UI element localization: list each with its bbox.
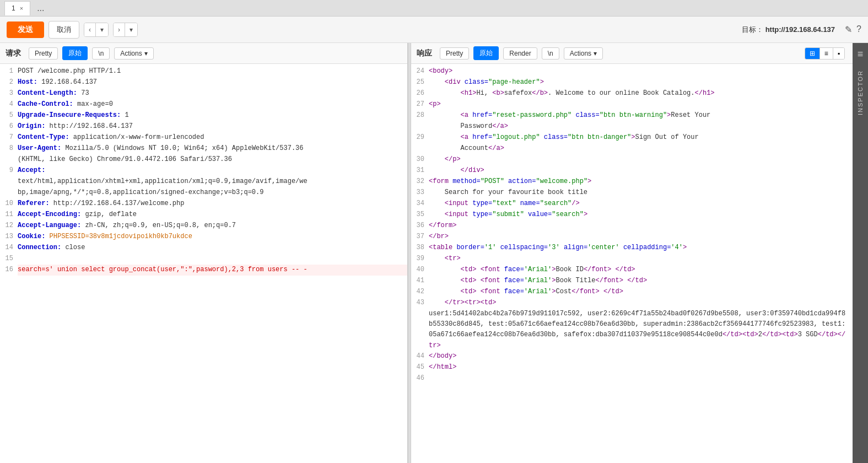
response-code-area[interactable]: 24 <body> 25 <div class="page-header"> 2… — [411, 64, 853, 463]
nav-prev-button[interactable]: ‹ — [84, 23, 96, 36]
toolbar: 发送 取消 ‹ ▾ › ▾ 目标： http://192.168.64.137 … — [0, 17, 868, 43]
request-tab-newline[interactable]: \n — [92, 47, 110, 60]
response-title: 响应 — [417, 49, 432, 58]
response-tab-newline[interactable]: \n — [542, 47, 559, 60]
inspector-label: INSPECTOR — [857, 70, 864, 115]
req-line-12: 12 Accept-Language: zh-CN, zh;q=0.9, en-… — [0, 220, 407, 232]
resp-line-32: 32 <form method="POST" action="welcome.p… — [411, 176, 853, 187]
resp-line-43: 43 </tr><tr><td> — [411, 298, 853, 309]
view-toggle: ⊞ ≡ ▪ — [805, 47, 845, 60]
request-tab-pretty[interactable]: Pretty — [29, 47, 58, 60]
req-line-5: 5 Upgrade-Insecure-Requests: 1 — [0, 110, 407, 121]
resp-line-29: 29 <a href="logout.php" class="btn btn-d… — [411, 132, 853, 143]
resp-line-44: 44 </body> — [411, 351, 853, 362]
resp-line-41: 41 <td> <font face='Arial'>Book Title</f… — [411, 276, 853, 287]
view-block-button[interactable]: ▪ — [833, 48, 844, 59]
resp-line-39: 39 <tr> — [411, 254, 853, 265]
tab-more[interactable]: ... — [33, 3, 48, 13]
req-line-16: 16 search=s' union select group_concat(u… — [0, 265, 407, 276]
req-line-11: 11 Accept-Encoding: gzip, deflate — [0, 209, 407, 220]
inspector-panel: ≡ INSPECTOR — [853, 43, 868, 463]
nav-prev-group: ‹ ▾ — [84, 23, 109, 37]
resp-line-36: 36 </form> — [411, 220, 853, 232]
resp-line-28b: Password</a> — [411, 121, 853, 132]
help-icon[interactable]: ? — [856, 24, 861, 35]
response-tab-raw[interactable]: 原始 — [473, 46, 499, 60]
req-line-8: 8 User-Agent: Mozilla/5.0 (Windows NT 10… — [0, 143, 407, 154]
req-line-8b: (KHTML, like Gecko) Chrome/91.0.4472.106… — [0, 154, 407, 165]
resp-line-33: 33 Search for your favourite book title — [411, 187, 853, 198]
target-url-display: 目标： http://192.168.64.137 — [742, 25, 835, 35]
nav-prev-arrow[interactable]: ▾ — [96, 23, 108, 36]
target-label: 目标： — [742, 25, 763, 34]
resp-line-24: 24 <body> — [411, 66, 853, 77]
request-header: 请求 Pretty 原始 \n Actions ▾ — [0, 43, 407, 64]
req-line-6: 6 Origin: http://192.168.64.137 — [0, 121, 407, 132]
toolbar-icons: ✎ ? — [845, 24, 861, 35]
req-line-9: 9 Accept: — [0, 165, 407, 176]
resp-line-26: 26 <h1>Hi, <b>safefox</b>. Welcome to ou… — [411, 88, 853, 99]
resp-line-40: 40 <td> <font face='Arial'>Book ID</font… — [411, 265, 853, 276]
nav-next-group: › ▾ — [113, 23, 138, 37]
response-pane: 响应 Pretty 原始 Render \n Actions ▾ ⊞ ≡ ▪ 2… — [411, 43, 853, 463]
nav-next-arrow[interactable]: ▾ — [125, 23, 137, 36]
request-pane: 请求 Pretty 原始 \n Actions ▾ 1 POST /welcom… — [0, 43, 408, 463]
view-grid-button[interactable]: ⊞ — [805, 48, 820, 59]
resp-line-25: 25 <div class="page-header"> — [411, 77, 853, 88]
cancel-button[interactable]: 取消 — [48, 21, 79, 39]
resp-line-27: 27 <p> — [411, 99, 853, 110]
resp-line-43b: user1:5d41402abc4b2a76b9719d911017c592, … — [411, 309, 853, 351]
tab-1[interactable]: 1 × — [4, 1, 30, 15]
req-line-9a: text/html,application/xhtml+xml,applicat… — [0, 176, 407, 187]
req-line-7: 7 Content-Type: application/x-www-form-u… — [0, 132, 407, 143]
response-header: 响应 Pretty 原始 Render \n Actions ▾ ⊞ ≡ ▪ — [411, 43, 853, 64]
resp-line-37: 37 </br> — [411, 232, 853, 243]
req-line-9b: bp,image/apng,*/*;q=0.8,application/sign… — [0, 187, 407, 198]
response-tab-pretty[interactable]: Pretty — [440, 47, 469, 60]
view-list-button[interactable]: ≡ — [820, 48, 833, 59]
resp-line-31: 31 </div> — [411, 165, 853, 176]
resp-line-46: 46 — [411, 373, 853, 384]
req-line-10: 10 Referer: http://192.168.64.137/welcom… — [0, 198, 407, 209]
req-line-13: 13 Cookie: PHPSESSID=38v8m1jcdovipoikh0k… — [0, 232, 407, 243]
tab-1-label: 1 — [12, 4, 15, 12]
req-line-4: 4 Cache-Control: max-age=0 — [0, 99, 407, 110]
req-line-2: 2 Host: 192.168.64.137 — [0, 77, 407, 88]
request-tab-actions[interactable]: Actions ▾ — [114, 47, 153, 60]
edit-icon[interactable]: ✎ — [845, 24, 852, 35]
target-url-value: http://192.168.64.137 — [765, 25, 835, 34]
req-line-3: 3 Content-Length: 73 — [0, 88, 407, 99]
resp-line-28: 28 <a href="reset-password.php" class="b… — [411, 110, 853, 121]
req-line-1: 1 POST /welcome.php HTTP/1.1 — [0, 66, 407, 77]
resp-line-42: 42 <td> <font face='Arial'>Cost</font> <… — [411, 287, 853, 298]
inspector-menu-icon[interactable]: ≡ — [858, 49, 864, 60]
response-tab-actions[interactable]: Actions ▾ — [564, 47, 603, 60]
request-title: 请求 — [6, 49, 21, 58]
resp-line-30: 30 </p> — [411, 154, 853, 165]
resp-line-45: 45 </html> — [411, 362, 853, 373]
send-button[interactable]: 发送 — [7, 21, 44, 38]
request-code-area[interactable]: 1 POST /welcome.php HTTP/1.1 2 Host: 192… — [0, 64, 407, 463]
response-tab-render[interactable]: Render — [503, 47, 537, 60]
request-tab-raw[interactable]: 原始 — [62, 46, 88, 60]
tab-1-close[interactable]: × — [20, 5, 23, 12]
req-line-15: 15 — [0, 254, 407, 265]
resp-line-29b: Account</a> — [411, 143, 853, 154]
main-area: 请求 Pretty 原始 \n Actions ▾ 1 POST /welcom… — [0, 43, 868, 463]
resp-line-38: 38 <table border='1' cellspacing='3' ali… — [411, 243, 853, 254]
req-line-14: 14 Connection: close — [0, 243, 407, 254]
resp-line-35: 35 <input type="submit" value="search"> — [411, 209, 853, 220]
resp-line-34: 34 <input type="text" name="search"/> — [411, 198, 853, 209]
tab-bar: 1 × ... — [0, 0, 868, 17]
nav-next-button[interactable]: › — [114, 23, 125, 36]
